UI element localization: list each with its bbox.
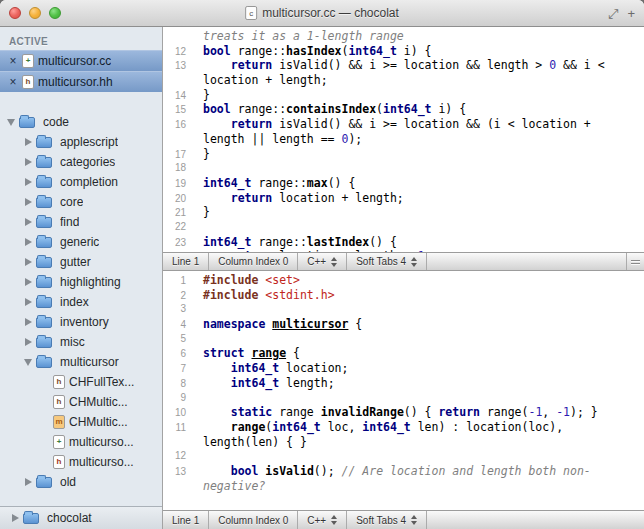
titlebar[interactable]: c multicursor.cc — chocolat ⤢ + [0, 0, 644, 27]
tree-folder-item[interactable]: generic [0, 232, 162, 252]
split-handle[interactable] [626, 253, 644, 270]
close-file-icon[interactable]: × [7, 55, 19, 67]
code-text: length || length == 0); [195, 132, 644, 147]
triangle-right-icon[interactable] [21, 258, 35, 266]
tree-folder-item[interactable]: code [0, 112, 162, 132]
tree-file-item[interactable]: hCHFullTex... [0, 372, 162, 392]
tree-file-item[interactable]: mCHMultic... [0, 412, 162, 432]
code-line[interactable]: location + length; [163, 73, 644, 88]
code-line[interactable]: 23int64_t range::lastIndex() { [163, 235, 644, 250]
tree-folder-item[interactable]: highlighting [0, 272, 162, 292]
code-line[interactable]: 10 static range invalidRange() { return … [163, 405, 644, 420]
line-number: 6 [163, 347, 195, 362]
code-line[interactable]: 5 [163, 332, 644, 347]
tree-folder-item[interactable]: core [0, 192, 162, 212]
tree-folder-item[interactable]: inventory [0, 312, 162, 332]
code-line[interactable]: 12 [163, 449, 644, 464]
triangle-right-icon[interactable] [8, 514, 22, 522]
minimize-window-button[interactable] [29, 7, 41, 19]
line-indicator: Line 1 [163, 511, 209, 529]
tree-folder-item[interactable]: applescript [0, 132, 162, 152]
triangle-right-icon[interactable] [21, 158, 35, 166]
window-title: multicursor.cc — chocolat [262, 6, 399, 20]
code-line[interactable]: 13 bool isValid(); // Are location and l… [163, 464, 644, 479]
code-line[interactable]: treats it as a 1-length range [163, 29, 644, 44]
code-line[interactable]: 8 int64_t length; [163, 376, 644, 391]
code-line[interactable]: length || length == 0); [163, 132, 644, 147]
tree-folder-item[interactable]: misc [0, 332, 162, 352]
code-line[interactable]: 15bool range::containsIndex(int64_t i) { [163, 102, 644, 117]
triangle-right-icon[interactable] [21, 238, 35, 246]
tree-folder-item[interactable]: old [0, 472, 162, 492]
tree-folder-item[interactable]: multicursor [0, 352, 162, 372]
tree-folder-item[interactable]: completion [0, 172, 162, 192]
close-window-button[interactable] [9, 7, 21, 19]
tabs-select[interactable]: Soft Tabs 4 [347, 511, 427, 529]
close-file-icon[interactable]: × [7, 76, 19, 88]
code-line[interactable]: 14} [163, 88, 644, 103]
tree-folder-item[interactable]: find [0, 212, 162, 232]
triangle-right-icon[interactable] [21, 338, 35, 346]
code-line[interactable]: 2#include <stdint.h> [163, 288, 644, 303]
document-proxy-icon[interactable]: c [245, 6, 257, 20]
tree-folder-item[interactable]: index [0, 292, 162, 312]
tree-file-item[interactable]: +multicurso... [0, 432, 162, 452]
code-text: #include <set> [195, 273, 644, 288]
triangle-right-icon[interactable] [21, 138, 35, 146]
triangle-right-icon[interactable] [21, 198, 35, 206]
code-line[interactable]: 9 [163, 391, 644, 406]
new-tab-icon[interactable]: + [627, 7, 635, 20]
tree-item-label: multicurso... [69, 435, 134, 449]
file-type-icon: + [22, 54, 34, 68]
code-line[interactable]: 11 range(int64_t loc, int64_t len) : loc… [163, 420, 644, 435]
code-text: bool range::containsIndex(int64_t i) { [195, 102, 644, 117]
folder-icon [36, 277, 52, 288]
active-file-item[interactable]: ×hmulticursor.hh [0, 71, 162, 92]
code-line[interactable]: 3 [163, 302, 644, 317]
language-select[interactable]: C++ [298, 253, 347, 270]
project-root-label: chocolat [47, 511, 92, 525]
triangle-right-icon[interactable] [21, 318, 35, 326]
code-line[interactable]: 12bool range::hasIndex(int64_t i) { [163, 44, 644, 59]
line-number: 3 [163, 302, 195, 317]
code-line[interactable]: 16 return isValid() && i >= location && … [163, 117, 644, 132]
active-file-item[interactable]: ×+multicursor.cc [0, 50, 162, 71]
code-line[interactable]: 22 [163, 220, 644, 235]
triangle-right-icon[interactable] [21, 298, 35, 306]
code-line[interactable]: 18 [163, 161, 644, 176]
file-type-icon: m [53, 415, 65, 429]
line-number: 13 [163, 59, 195, 74]
tree-folder-item[interactable]: categories [0, 152, 162, 172]
code-line[interactable]: 1#include <set> [163, 273, 644, 288]
code-line[interactable]: 17} [163, 147, 644, 162]
tree-file-item[interactable]: hCHMultic... [0, 392, 162, 412]
code-text: } [195, 147, 644, 162]
triangle-down-icon[interactable] [4, 119, 18, 126]
triangle-right-icon[interactable] [21, 278, 35, 286]
triangle-right-icon[interactable] [21, 478, 35, 486]
editor-pane-top[interactable]: treats it as a 1-length range12bool rang… [163, 27, 644, 252]
code-line[interactable]: 19int64_t range::max() { [163, 176, 644, 191]
code-line[interactable]: 13 return isValid() && i >= location && … [163, 58, 644, 73]
tabs-select[interactable]: Soft Tabs 4 [347, 253, 427, 270]
zoom-window-button[interactable] [49, 7, 61, 19]
tree-item-label: highlighting [60, 275, 121, 289]
triangle-right-icon[interactable] [21, 218, 35, 226]
file-badge: + [26, 57, 31, 65]
code-line[interactable]: negative? [163, 479, 644, 494]
project-root-bar[interactable]: chocolat [0, 506, 162, 529]
triangle-down-icon[interactable] [21, 359, 35, 366]
tree-folder-item[interactable]: gutter [0, 252, 162, 272]
code-line[interactable]: 7 int64_t location; [163, 361, 644, 376]
triangle-right-icon[interactable] [21, 178, 35, 186]
editor-pane-bottom[interactable]: 1#include <set>2#include <stdint.h>34nam… [163, 271, 644, 510]
code-line[interactable]: 21} [163, 205, 644, 220]
tree-file-item[interactable]: hmulticurso... [0, 452, 162, 472]
code-line[interactable]: length(len) { } [163, 435, 644, 450]
fullscreen-icon[interactable]: ⤢ [608, 7, 618, 20]
code-line[interactable]: 20 return location + length; [163, 191, 644, 206]
code-line[interactable]: 4namespace multicursor { [163, 317, 644, 332]
code-line[interactable]: 6struct range { [163, 346, 644, 361]
code-text: static range invalidRange() { return ran… [195, 405, 644, 420]
language-select[interactable]: C++ [298, 511, 347, 529]
